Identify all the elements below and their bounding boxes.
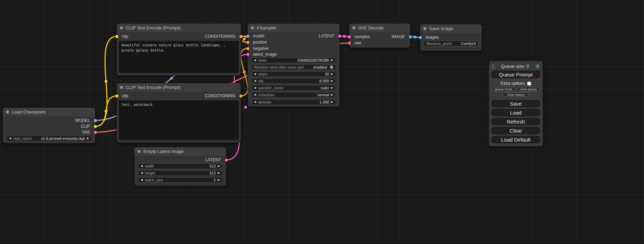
- output-slot-latent[interactable]: LATENT: [319, 33, 339, 39]
- output-slot-conditioning[interactable]: CONDITIONING: [205, 93, 241, 99]
- node-vae-decode[interactable]: VAE Decode samples vae IMAGE: [349, 24, 410, 48]
- left-arrow-icon[interactable]: ◀: [254, 93, 256, 96]
- right-arrow-icon[interactable]: ▶: [218, 179, 220, 181]
- collapse-dot[interactable]: [423, 27, 426, 30]
- node-title-bar[interactable]: CLIP Text Encode (Prompt): [117, 83, 241, 92]
- widget-random-seed-toggle[interactable]: Random seed after every gen enabled: [251, 64, 336, 70]
- output-slot-latent[interactable]: LATENT: [205, 157, 226, 163]
- output-slot-vae[interactable]: VAE: [82, 129, 95, 135]
- clear-button[interactable]: Clear: [492, 127, 540, 134]
- input-slot-vae[interactable]: vae: [349, 40, 361, 46]
- widget-width[interactable]: ◀ width 512 ▶: [138, 163, 223, 169]
- widget-steps[interactable]: ◀ steps 20 ▶: [251, 71, 336, 77]
- widget-height[interactable]: ◀ height 512 ▶: [138, 170, 223, 176]
- node-title-bar[interactable]: KSampler: [248, 24, 339, 32]
- widget-ckpt-name[interactable]: ◀ ckpt_name v1-5-pruned-emaonly.ckpt ▶: [6, 136, 92, 141]
- right-arrow-icon[interactable]: ▶: [218, 165, 220, 168]
- output-slot-image[interactable]: IMAGE: [391, 34, 410, 39]
- vae-slot-dot[interactable]: [348, 42, 351, 45]
- left-arrow-icon[interactable]: ◀: [141, 172, 143, 174]
- right-arrow-icon[interactable]: ▶: [331, 73, 333, 75]
- view-queue-button[interactable]: View Queue: [517, 87, 540, 91]
- node-load-checkpoint[interactable]: Load Checkpoint MODEL CLIP VAE ◀ ckpt_na…: [3, 108, 95, 143]
- input-slot-positive[interactable]: positive: [248, 39, 267, 45]
- input-slot-samples[interactable]: samples: [349, 34, 370, 39]
- right-arrow-icon[interactable]: ▶: [331, 93, 333, 96]
- clip-slot-dot[interactable]: [115, 94, 118, 98]
- node-title-bar[interactable]: Save Image: [420, 24, 482, 33]
- load-button[interactable]: Load: [492, 109, 540, 116]
- left-arrow-icon[interactable]: ◀: [9, 137, 11, 140]
- right-arrow-icon[interactable]: ▶: [218, 172, 220, 174]
- right-arrow-icon[interactable]: ▶: [331, 59, 333, 62]
- widget-denoise[interactable]: ◀ denoise 1.000 ▶: [251, 99, 336, 105]
- toggle-knob[interactable]: [330, 65, 333, 69]
- left-arrow-icon[interactable]: ◀: [254, 80, 256, 82]
- input-slot-images[interactable]: images: [420, 35, 439, 40]
- collapse-dot[interactable]: [120, 26, 123, 29]
- left-arrow-icon[interactable]: ◀: [254, 73, 256, 75]
- right-arrow-icon[interactable]: ▶: [87, 137, 89, 140]
- prompt-textarea[interactable]: text, watermark: [119, 100, 239, 140]
- left-arrow-icon[interactable]: ◀: [254, 101, 256, 103]
- latent-slot-dot[interactable]: [246, 53, 249, 56]
- clip-slot-dot[interactable]: [94, 125, 97, 128]
- node-ksampler[interactable]: KSampler model positive negative latent_…: [248, 24, 339, 107]
- right-arrow-icon[interactable]: ▶: [331, 87, 333, 89]
- model-slot-dot[interactable]: [246, 35, 249, 38]
- output-slot-model[interactable]: MODEL: [75, 118, 95, 123]
- collapse-dot[interactable]: [352, 26, 355, 29]
- node-title-bar[interactable]: Empty Latent Image: [134, 147, 226, 156]
- input-slot-model[interactable]: model: [248, 33, 264, 39]
- widget-scheduler[interactable]: ◀ scheduler normal ▶: [251, 92, 336, 98]
- conditioning-slot-dot[interactable]: [239, 94, 242, 98]
- clip-slot-dot[interactable]: [115, 35, 118, 38]
- input-slot-clip[interactable]: clip: [117, 93, 128, 99]
- conditioning-slot-dot[interactable]: [246, 47, 249, 50]
- collapse-dot[interactable]: [6, 110, 9, 114]
- node-clip-text-encode-positive[interactable]: CLIP Text Encode (Prompt) clip CONDITION…: [117, 24, 241, 75]
- right-arrow-icon[interactable]: ▶: [331, 80, 333, 82]
- right-arrow-icon[interactable]: ▶: [331, 101, 333, 103]
- image-slot-dot[interactable]: [419, 36, 422, 39]
- widget-sampler-name[interactable]: ◀ sampler_name euler ▶: [251, 85, 336, 91]
- extra-options-checkbox[interactable]: [527, 82, 531, 85]
- queue-front-button[interactable]: Queue Front: [492, 87, 515, 91]
- input-slot-latent-image[interactable]: latent_image: [248, 52, 277, 57]
- latent-slot-dot[interactable]: [348, 35, 351, 38]
- left-arrow-icon[interactable]: ◀: [141, 179, 143, 181]
- model-slot-dot[interactable]: [94, 119, 97, 122]
- left-arrow-icon[interactable]: ◀: [141, 165, 143, 168]
- view-history-button[interactable]: View History: [502, 92, 529, 97]
- gear-icon[interactable]: ⚙: [536, 64, 540, 69]
- conditioning-slot-dot[interactable]: [246, 41, 249, 44]
- input-slot-negative[interactable]: negative: [248, 46, 268, 51]
- node-title-bar[interactable]: VAE Decode: [349, 24, 410, 32]
- input-slot-clip[interactable]: clip: [117, 34, 128, 39]
- widget-filename-prefix[interactable]: filename_prefix ComfyUI: [424, 41, 478, 46]
- widget-cfg[interactable]: ◀ cfg 8.000 ▶: [251, 78, 336, 84]
- node-title-bar[interactable]: CLIP Text Encode (Prompt): [117, 24, 241, 32]
- queue-prompt-button[interactable]: Queue Prompt: [492, 71, 540, 78]
- node-graph-canvas[interactable]: Load Checkpoint MODEL CLIP VAE ◀ ckpt_na…: [0, 0, 644, 244]
- collapse-dot[interactable]: [138, 150, 141, 153]
- node-clip-text-encode-negative[interactable]: CLIP Text Encode (Prompt) clip CONDITION…: [117, 83, 241, 143]
- output-slot-clip[interactable]: CLIP: [81, 124, 95, 129]
- widget-batch-size[interactable]: ◀ batch_size 1 ▶: [138, 177, 223, 183]
- load-default-button[interactable]: Load Default: [492, 136, 540, 143]
- node-empty-latent-image[interactable]: Empty Latent Image LATENT ◀ width 512 ▶ …: [134, 147, 226, 186]
- collapse-dot[interactable]: [251, 26, 254, 29]
- latent-slot-dot[interactable]: [225, 159, 228, 162]
- image-slot-dot[interactable]: [409, 35, 412, 38]
- save-button[interactable]: Save: [492, 100, 540, 107]
- drag-handle-icon[interactable]: ⣿: [492, 64, 495, 68]
- node-title-bar[interactable]: Load Checkpoint: [3, 108, 95, 116]
- refresh-button[interactable]: Refresh: [492, 118, 540, 125]
- conditioning-slot-dot[interactable]: [239, 35, 242, 38]
- collapse-dot[interactable]: [120, 86, 123, 89]
- latent-slot-dot[interactable]: [338, 35, 341, 38]
- prompt-textarea[interactable]: beautiful scenery nature glass bottle la…: [119, 41, 239, 73]
- node-save-image[interactable]: Save Image images filename_prefix ComfyU…: [420, 24, 482, 51]
- vae-slot-dot[interactable]: [94, 131, 97, 134]
- left-arrow-icon[interactable]: ◀: [254, 87, 256, 89]
